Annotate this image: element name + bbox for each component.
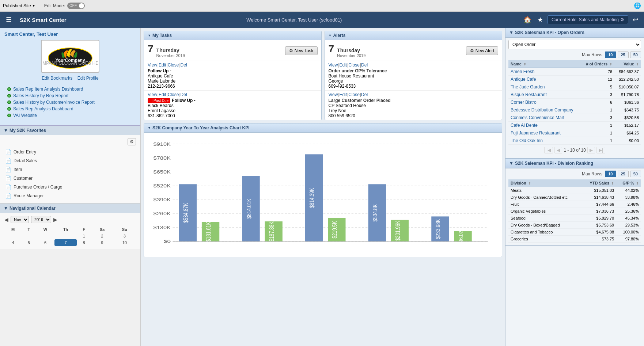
ytd-sort-icon[interactable]: ⇕ — [611, 182, 614, 185]
alert-link-view[interactable]: View — [329, 92, 338, 97]
kpi-division-col-ytd: YTD Sales ⇕ — [582, 179, 616, 187]
alert-link-edit[interactable]: Edit — [339, 62, 347, 68]
favorites-header[interactable]: ▼ My S2K Favorites — [0, 126, 140, 135]
edit-profile-link[interactable]: Edit Profile — [77, 76, 99, 81]
edit-bookmarks-link[interactable]: Edit Bookmarks — [42, 76, 72, 81]
tasks-collapse-icon[interactable]: ▼ — [148, 34, 151, 37]
task-link-view[interactable]: View — [148, 62, 157, 68]
chart-collapse-icon[interactable]: ▼ — [148, 126, 151, 130]
div-sort-icon[interactable]: ⇕ — [528, 182, 531, 185]
nav-link-item-2[interactable]: Sales History by Customer/Invoice Report — [6, 99, 135, 106]
cal-day-cell[interactable]: 6 — [36, 239, 55, 246]
cal-day-cell[interactable]: 2 — [91, 233, 113, 239]
order-name-link[interactable]: Connie's Convenience Mart — [511, 115, 564, 120]
task-link-close[interactable]: Close — [168, 62, 179, 68]
nav-link-item-0[interactable]: Sales Rep Item Analysis Dashboard — [6, 86, 135, 92]
alert-link-view[interactable]: View — [329, 62, 338, 68]
kpi-division-header-row: Division ⇕ YTD Sales ⇕ G/P % ⇕ — [508, 179, 641, 187]
cal-day-cell[interactable]: 1 — [77, 233, 91, 239]
cal-next-button[interactable]: ▶ — [53, 217, 57, 223]
edit-mode-toggle[interactable]: Edit Mode: OFF — [44, 3, 85, 9]
alert-link-del[interactable]: Del — [361, 62, 368, 68]
order-name-link[interactable]: Fuji Japanese Restaurant — [511, 130, 561, 136]
new-task-button[interactable]: ⚙ New Task — [285, 46, 318, 55]
cal-prev-button[interactable]: ◀ — [4, 217, 8, 223]
nav-link-item-3[interactable]: Sales Rep Analysis Dashboard — [6, 106, 135, 112]
toggle-switch[interactable]: OFF — [67, 3, 85, 9]
name-sort-icon[interactable]: ⇕ — [523, 62, 526, 66]
cal-day-cell[interactable]: 8 — [77, 239, 91, 246]
cal-day-cell[interactable]: 10 — [113, 239, 136, 246]
favorites-collapse-icon: ▼ — [4, 128, 8, 133]
order-name-link[interactable]: Bedessee Distribution Company — [511, 107, 573, 113]
order-name-link[interactable]: Ameri Fresh — [511, 69, 534, 74]
cal-day-cell — [4, 233, 22, 239]
alert-link-del[interactable]: Del — [361, 92, 368, 97]
max-rows-50-button[interactable]: 50 — [630, 52, 641, 58]
page-first-button[interactable]: |◀ — [544, 147, 553, 153]
favorites-item-1[interactable]: 📄Detail Sales — [4, 156, 136, 165]
alerts-collapse-icon[interactable]: ▼ — [329, 34, 332, 37]
order-name-link[interactable]: Bisque Restaurant — [511, 92, 547, 97]
star-icon-button[interactable]: ★ — [536, 14, 545, 25]
favorites-item-2[interactable]: 📄Item — [4, 165, 136, 174]
cal-month-select[interactable]: NovDecJan — [11, 216, 29, 223]
page-next-button[interactable]: ▶ — [587, 147, 595, 153]
hamburger-menu-button[interactable]: ☰ — [4, 14, 13, 25]
new-alert-button[interactable]: ⚙ New Alert — [466, 46, 498, 55]
kpi-orders-collapse-icon[interactable]: ▼ — [509, 30, 514, 35]
task-link-edit[interactable]: Edit — [159, 92, 166, 97]
cal-day-cell[interactable]: 9 — [91, 239, 113, 246]
nav-role-selector[interactable]: Current Role: Sales and Marketing ⚙ — [548, 15, 628, 24]
page-prev-button[interactable]: ◀ — [554, 147, 562, 153]
task-link-del[interactable]: Del — [181, 62, 187, 68]
calendar-header[interactable]: ▼ Navigational Calendar — [0, 204, 140, 213]
cal-year-select[interactable]: 20192020 — [31, 216, 51, 223]
home-icon-button[interactable]: 🏠 — [522, 14, 533, 25]
max-rows-25-button[interactable]: 25 — [618, 52, 629, 58]
nav-right-icons: 🏠 ★ Current Role: Sales and Marketing ⚙ … — [522, 14, 640, 25]
order-name-link[interactable]: Cafe Al Dente — [511, 123, 538, 128]
kpi-orders-select[interactable]: Open Order — [508, 40, 641, 49]
favorites-item-4[interactable]: 📄Purchase Orders / Cargo — [4, 183, 136, 191]
favorites-item-5[interactable]: 📄Route Manager — [4, 191, 136, 200]
alert-link-close[interactable]: Close — [348, 62, 360, 68]
order-name-link[interactable]: Antique Cafe — [511, 77, 536, 82]
order-name-cell: The Jade Garden — [508, 83, 581, 91]
favorites-gear-button[interactable]: ⚙ — [128, 138, 136, 145]
task-link-edit[interactable]: Edit — [159, 62, 166, 68]
order-name-link[interactable]: The Jade Garden — [511, 84, 545, 90]
kpi-division-rows-50[interactable]: 50 — [630, 171, 641, 177]
task-link-close[interactable]: Close — [168, 92, 179, 97]
page-last-button[interactable]: ▶| — [596, 147, 605, 153]
cal-day-cell[interactable]: 4 — [4, 239, 22, 246]
nav-link-item-4[interactable]: VAI Website — [6, 112, 135, 119]
gp-sort-icon[interactable]: ⇕ — [636, 182, 639, 185]
kpi-division-rows-25[interactable]: 25 — [618, 171, 629, 177]
division-ytd-cell: $7,036.73 — [582, 208, 616, 215]
task-link-view[interactable]: View — [148, 92, 157, 97]
alert-link-edit[interactable]: Edit — [339, 92, 347, 97]
favorites-item-3[interactable]: 📄Customer — [4, 174, 136, 183]
cal-day-cell[interactable]: 3 — [113, 233, 136, 239]
nav-logout-button[interactable]: ↩ — [631, 14, 640, 25]
kpi-orders-col-value: Value ⇕ — [614, 60, 641, 68]
favorites-item-0[interactable]: 📄Order Entry — [4, 148, 136, 156]
cal-day-cell[interactable]: 5 — [22, 239, 36, 246]
value-sort-icon[interactable]: ⇕ — [636, 62, 639, 66]
published-site-dropdown[interactable]: Published Site ▼ — [3, 3, 35, 8]
nav-link-item-1[interactable]: Sales History by Rep Report — [6, 92, 135, 99]
alert-line2: Trey Noe — [329, 108, 499, 113]
kpi-orders-col-name: Name ⇕ — [508, 60, 581, 68]
order-name-link[interactable]: Corner Bistro — [511, 100, 537, 105]
order-count-cell: 5 — [581, 83, 614, 91]
cal-day-cell[interactable]: 7 — [54, 239, 76, 246]
alert-link-close[interactable]: Close — [348, 92, 360, 97]
cal-day-header: Th — [54, 226, 76, 233]
order-name-link[interactable]: The Old Oak Inn — [511, 138, 543, 143]
orders-sort-icon[interactable]: ⇕ — [609, 62, 612, 66]
kpi-division-rows-10[interactable]: 10 — [605, 171, 616, 177]
kpi-division-collapse-icon[interactable]: ▼ — [509, 161, 514, 166]
task-link-del[interactable]: Del — [181, 92, 187, 97]
max-rows-10-button[interactable]: 10 — [605, 52, 616, 58]
